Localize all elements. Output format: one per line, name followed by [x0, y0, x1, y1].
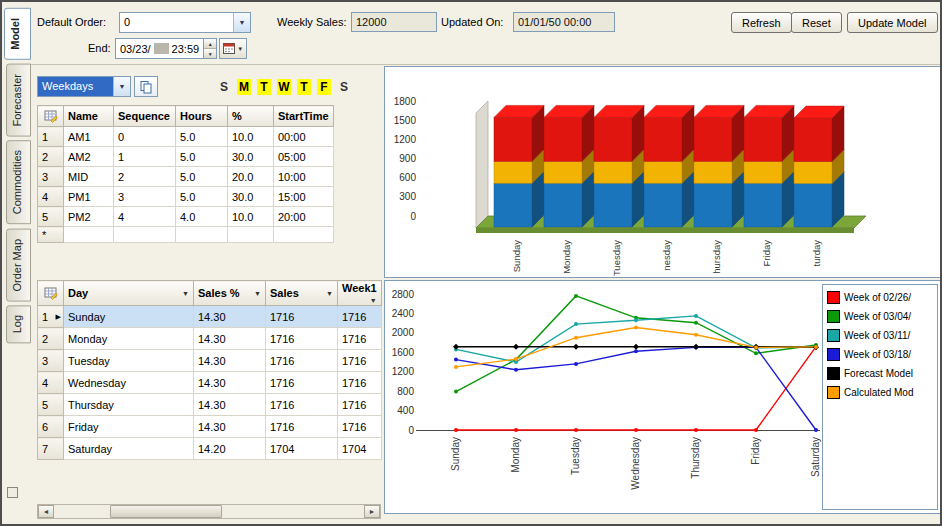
- daypart-grid-corner-cell[interactable]: [38, 106, 64, 127]
- daypart-grid-col-name[interactable]: Name: [64, 106, 114, 127]
- reset-button[interactable]: Reset: [791, 12, 842, 33]
- column-filter-icon[interactable]: ▼: [326, 290, 333, 297]
- day-grid-cell-week1[interactable]: 1716: [338, 372, 382, 394]
- day-letter-6[interactable]: S: [337, 79, 351, 95]
- day-grid-row-5[interactable]: 5Thursday14.3017161716: [38, 394, 382, 416]
- day-grid-row-7[interactable]: 7Saturday14.2017041704: [38, 438, 382, 460]
- calendar-dropdown-button[interactable]: ▼: [219, 38, 247, 59]
- daypart-grid-cell-name[interactable]: AM2: [64, 147, 114, 167]
- day-grid-cell-week1[interactable]: 1704: [338, 438, 382, 460]
- end-datetime-picker[interactable]: 03/23/23:59 ▲ ▼ ▼: [115, 38, 247, 59]
- daypart-grid-cell-starttime[interactable]: 15:00: [274, 187, 334, 207]
- daypart-grid-cell-[interactable]: 30.0: [228, 147, 274, 167]
- daypart-grid-col-hours[interactable]: Hours: [176, 106, 228, 127]
- day-letter-2[interactable]: T: [257, 79, 271, 95]
- day-grid-cell-day[interactable]: Monday: [64, 328, 194, 350]
- day-grid-cell-week1[interactable]: 1716: [338, 350, 382, 372]
- day-grid-corner-cell[interactable]: [38, 281, 64, 306]
- scroll-left-icon[interactable]: ◄: [38, 505, 54, 518]
- day-grid-cell-week1[interactable]: 1716: [338, 394, 382, 416]
- daypart-grid-cell-sequence[interactable]: 0: [114, 127, 176, 147]
- combo-dropdown-icon[interactable]: ▼: [233, 13, 250, 32]
- day-grid-row-4[interactable]: 4Wednesday14.3017161716: [38, 372, 382, 394]
- day-grid-row-3[interactable]: 3Tuesday14.3017161716: [38, 350, 382, 372]
- column-filter-icon[interactable]: ▼: [182, 290, 189, 297]
- day-grid-cell-sales[interactable]: 1716: [266, 394, 338, 416]
- daypart-grid-cell-hours[interactable]: 4.0: [176, 207, 228, 227]
- day-letter-0[interactable]: S: [217, 79, 231, 95]
- day-grid-cell-sales[interactable]: 14.30: [194, 394, 266, 416]
- day-grid-cell-sales[interactable]: 1716: [266, 416, 338, 438]
- day-grid-cell-sales[interactable]: 1716: [266, 350, 338, 372]
- day-grid-cell-sales[interactable]: 1704: [266, 438, 338, 460]
- row-header-7[interactable]: 7: [38, 438, 64, 460]
- copy-preset-button[interactable]: [134, 76, 158, 97]
- daypart-grid-cell-starttime[interactable]: 10:00: [274, 167, 334, 187]
- day-grid-col-sales[interactable]: Sales▼: [266, 281, 338, 306]
- row-header-4[interactable]: 4: [38, 187, 64, 207]
- preset-combo[interactable]: Weekdays ▼: [37, 76, 131, 97]
- day-grid-cell-sales[interactable]: 1716: [266, 306, 338, 328]
- row-header-1[interactable]: 1: [38, 127, 64, 147]
- daypart-grid-cell-starttime[interactable]: 20:00: [274, 207, 334, 227]
- row-header-6[interactable]: 6: [38, 416, 64, 438]
- row-header-5[interactable]: 5: [38, 207, 64, 227]
- combo-dropdown-icon[interactable]: ▼: [113, 77, 130, 96]
- day-grid-cell-week1[interactable]: 1716: [338, 328, 382, 350]
- tab-commodities[interactable]: Commodities: [6, 140, 31, 224]
- day-grid-cell-day[interactable]: Tuesday: [64, 350, 194, 372]
- daypart-grid-row-4[interactable]: 4PM135.030.015:00: [38, 187, 334, 207]
- day-letter-5[interactable]: F: [317, 79, 331, 95]
- day-grid-row-2[interactable]: 2Monday14.3017161716: [38, 328, 382, 350]
- tab-order-map[interactable]: Order Map: [6, 229, 31, 302]
- day-grid-cell-sales[interactable]: 1716: [266, 372, 338, 394]
- row-header-4[interactable]: 4: [38, 372, 64, 394]
- row-header-3[interactable]: 3: [38, 350, 64, 372]
- daypart-grid-col-sequence[interactable]: Sequence: [114, 106, 176, 127]
- scrollbar-thumb[interactable]: [110, 505, 222, 518]
- daypart-grid-cell-starttime[interactable]: 05:00: [274, 147, 334, 167]
- day-letter-1[interactable]: M: [237, 79, 251, 95]
- daypart-grid-cell-starttime[interactable]: 00:00: [274, 127, 334, 147]
- day-grid-cell-week1[interactable]: 1716: [338, 416, 382, 438]
- daypart-grid-new-row[interactable]: *: [38, 227, 334, 243]
- day-grid-cell-week1[interactable]: 1716: [338, 306, 382, 328]
- day-grid-cell-day[interactable]: Saturday: [64, 438, 194, 460]
- row-header-2[interactable]: 2: [38, 328, 64, 350]
- day-grid-col-day[interactable]: Day▼: [64, 281, 194, 306]
- day-grid-cell-day[interactable]: Sunday: [64, 306, 194, 328]
- day-grid-row-1[interactable]: 1▶Sunday14.3017161716: [38, 306, 382, 328]
- day-grid-col-sales[interactable]: Sales %▼: [194, 281, 266, 306]
- column-filter-icon[interactable]: ▼: [254, 290, 261, 297]
- default-order-combo[interactable]: 0 ▼: [119, 12, 251, 33]
- row-header-1[interactable]: 1▶: [38, 306, 64, 328]
- daypart-grid-cell-name[interactable]: PM2: [64, 207, 114, 227]
- daypart-grid-cell-[interactable]: 20.0: [228, 167, 274, 187]
- daypart-grid-cell-name[interactable]: AM1: [64, 127, 114, 147]
- daypart-grid-cell-[interactable]: 10.0: [228, 127, 274, 147]
- weekly-sales-field[interactable]: 12000: [351, 12, 437, 32]
- tab-model[interactable]: Model: [4, 8, 31, 60]
- row-header-3[interactable]: 3: [38, 167, 64, 187]
- tab-log[interactable]: Log: [6, 305, 31, 343]
- daypart-grid-cell-sequence[interactable]: 4: [114, 207, 176, 227]
- scrollbar-track[interactable]: [54, 505, 364, 518]
- daypart-grid-row-1[interactable]: 1AM105.010.000:00: [38, 127, 334, 147]
- end-date-spinner[interactable]: ▲ ▼: [204, 38, 217, 59]
- refresh-button[interactable]: Refresh: [731, 12, 792, 33]
- new-row-header[interactable]: *: [38, 227, 64, 243]
- daypart-grid-cell-hours[interactable]: 5.0: [176, 147, 228, 167]
- daypart-grid-row-3[interactable]: 3MID25.020.010:00: [38, 167, 334, 187]
- daypart-grid-col-starttime[interactable]: StartTime: [274, 106, 334, 127]
- day-letter-4[interactable]: T: [297, 79, 311, 95]
- day-grid-cell-day[interactable]: Wednesday: [64, 372, 194, 394]
- day-letter-3[interactable]: W: [277, 79, 291, 95]
- scroll-right-icon[interactable]: ►: [364, 505, 380, 518]
- daypart-grid-cell-hours[interactable]: 5.0: [176, 187, 228, 207]
- daypart-grid-cell-hours[interactable]: 5.0: [176, 127, 228, 147]
- day-grid-cell-sales[interactable]: 14.30: [194, 416, 266, 438]
- tab-forecaster[interactable]: Forecaster: [6, 64, 31, 137]
- daypart-grid-row-2[interactable]: 2AM215.030.005:00: [38, 147, 334, 167]
- end-date-field[interactable]: 03/23/23:59: [115, 38, 204, 59]
- day-grid-cell-sales[interactable]: 14.20: [194, 438, 266, 460]
